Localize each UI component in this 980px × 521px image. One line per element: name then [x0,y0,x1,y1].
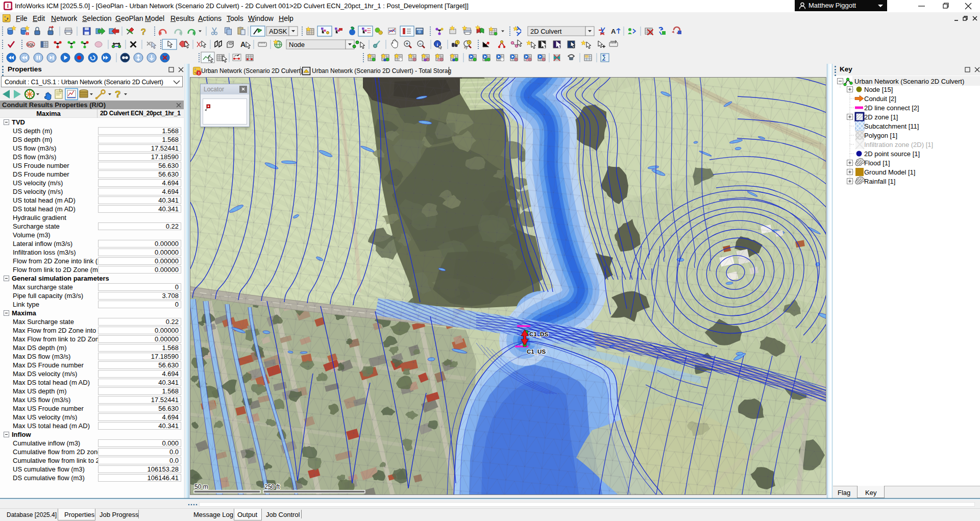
svg-text:A: A [611,28,616,35]
svg-text:Urban Network (Scenario 2D Cul: Urban Network (Scenario 2D Culvert) [854,78,964,85]
svg-text:Node [15]: Node [15] [864,86,893,93]
svg-text:Subcatchment [11]: Subcatchment [11] [864,122,919,130]
svg-text:?: ? [115,89,121,100]
svg-text:50 m: 50 m [194,483,208,490]
svg-text:C1_DS: C1_DS [529,331,548,337]
svg-text:CM: CM [10,8,13,10]
svg-text:2D point source [1]: 2D point source [1] [864,150,920,158]
svg-text:Ground Model [1]: Ground Model [1] [864,168,915,176]
svg-text:Conduit [2]: Conduit [2] [864,95,896,103]
svg-text:I: I [7,3,9,9]
svg-text:+: + [26,32,28,36]
svg-text:A: A [240,40,246,48]
svg-text:xy: xy [464,45,468,49]
svg-text:Rainfall [1]: Rainfall [1] [864,178,895,185]
svg-text:Flood [1]: Flood [1] [864,159,890,167]
svg-text:+: + [406,41,408,46]
svg-text:C1_US: C1_US [527,349,546,355]
svg-text:Polygon [1]: Polygon [1] [864,132,897,139]
svg-text:2D line connect [2]: 2D line connect [2] [864,104,919,112]
svg-text:2D zone [1]: 2D zone [1] [864,113,898,121]
svg-text:SQL: SQL [27,43,35,47]
svg-text:2D Culvert: 2D Culvert [530,28,562,35]
svg-text:−: − [419,41,422,46]
svg-text:!: ! [198,71,200,76]
svg-text:Infiltration zone (2D) [1]: Infiltration zone (2D) [1] [864,141,933,148]
svg-text:?: ? [141,27,146,37]
svg-text:Node: Node [289,41,305,48]
svg-text:ADSK: ADSK [269,28,287,35]
svg-text:250 ft: 250 ft [264,483,280,490]
